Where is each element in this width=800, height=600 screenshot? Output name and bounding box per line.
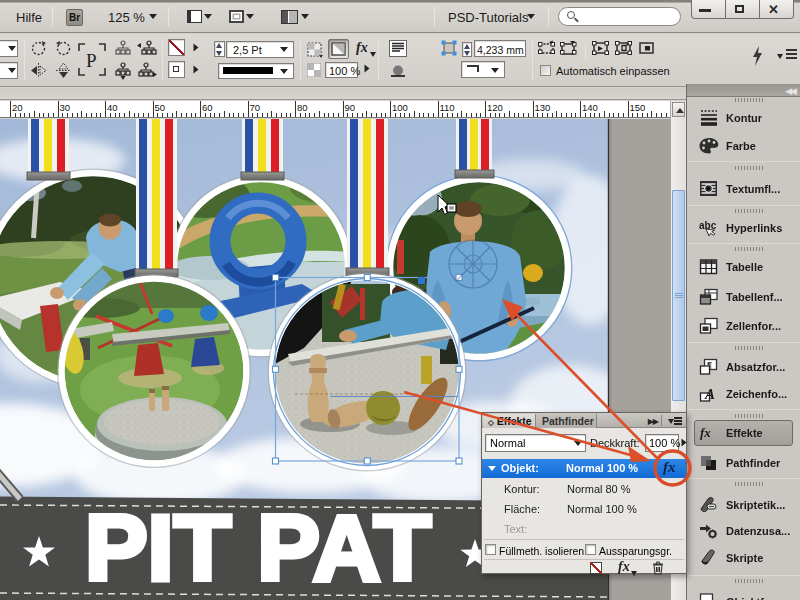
svg-text:fx: fx bbox=[700, 425, 711, 440]
svg-text:PIT PAT: PIT PAT bbox=[85, 497, 431, 599]
svg-text:P: P bbox=[86, 50, 97, 71]
svg-text:A: A bbox=[704, 386, 715, 402]
